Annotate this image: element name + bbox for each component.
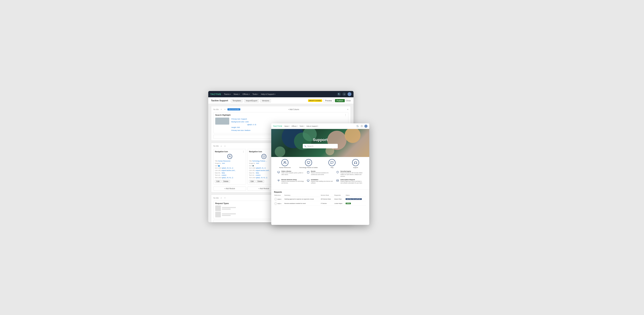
requests-table: Reference Summary Service Desk Requester…	[274, 194, 366, 206]
edit-btn-0[interactable]: Edit	[215, 180, 221, 183]
font-icon[interactable]: A	[220, 108, 222, 111]
section-header-1: No title A ✏ Recommended + Add Column ✕	[213, 108, 348, 111]
cell-requester-2: Louise Hayes	[334, 202, 345, 206]
preview-nav-news[interactable]: News ▾	[284, 125, 290, 127]
add-module-button-col0[interactable]: + Add Module	[213, 186, 246, 190]
col-reference: Reference	[274, 194, 284, 197]
preview-icon-tech-policies[interactable]: Technology Policies & Guides	[298, 159, 320, 168]
preview-req-icon-installation	[306, 179, 310, 182]
section-close-icon[interactable]: ✕	[347, 108, 348, 110]
preview-icons-grid: Human Resources Technology Policies & Gu…	[274, 159, 366, 168]
settings-icon[interactable]: ⚙	[342, 92, 346, 96]
nav-icon-props-0: Title Human Resources Image ty... icon I…	[215, 160, 244, 179]
preview-search-icon[interactable]: 🔍	[356, 124, 359, 128]
preview-requests-section: Requests Reference Summary Service Desk …	[271, 190, 369, 208]
preview-icon-circle-tech	[305, 159, 312, 166]
preview-req-desc-remote-network: Request virtual assistance for technolog…	[282, 180, 305, 184]
edit-btn-1[interactable]: Edit	[249, 180, 255, 183]
publish-button[interactable]: Publish	[335, 99, 345, 102]
sh-bg-color-val: color	[245, 121, 249, 123]
cell-service-desk-2: IT Service	[321, 202, 334, 206]
editor-nav-news[interactable]: News ▾	[234, 93, 240, 95]
preview-avatar[interactable]	[364, 124, 368, 128]
req-lines-1	[222, 207, 236, 210]
delete-btn-1[interactable]: Delete	[256, 180, 264, 183]
close-button[interactable]: Close	[346, 100, 351, 102]
preview-req-order-device[interactable]: Order a Device Order a new computer, pho…	[277, 170, 305, 177]
preview-nav-tools[interactable]: Tools ▾	[300, 125, 304, 127]
preview-req-events[interactable]: Events Reserve technical assistance for …	[306, 170, 334, 177]
sh-height-label: Height:	[231, 126, 236, 128]
preview-icon-support[interactable]: Support	[345, 159, 366, 168]
cell-requester-1: Anson Chan	[334, 197, 345, 201]
preview-button[interactable]: Preview	[323, 99, 334, 102]
preview-req-desc-order-device: Order a new computer, phone, printer or …	[282, 172, 305, 176]
nav-icon-card-header-0: Navigation Icon ⋮	[215, 150, 244, 153]
svg-rect-5	[307, 171, 309, 173]
requests-section-title: Requests	[274, 191, 366, 193]
preview-req-installation[interactable]: Installation Request help installing new…	[306, 179, 334, 184]
req-line-1a	[222, 207, 236, 208]
preview-req-text-events: Events Reserve technical assistance for …	[311, 170, 334, 176]
preview-icon-label-faq: FAQ	[330, 167, 334, 168]
module-settings-icon[interactable]: ⋮	[344, 114, 346, 116]
sh-bg-color-label: Background color:	[231, 121, 245, 123]
section-title-3: No title	[213, 197, 219, 199]
editor-nav-teams[interactable]: Teams ▾	[224, 93, 231, 95]
edit-icon-2[interactable]: ✏	[224, 145, 226, 148]
preview-req-text-security: Security Inquiry Request assistance with…	[340, 170, 364, 177]
preview-logo: TACTIVE	[273, 125, 282, 127]
preview-req-text-subscription: Subscription Request Request approval to…	[340, 179, 364, 184]
hero-search-box[interactable]: 🔍 Search	[303, 144, 338, 148]
edit-icon-3[interactable]: ✏	[224, 196, 226, 199]
preview-nav-help[interactable]: Help & Support ▾	[306, 125, 318, 127]
preview-icon-label-hr: Human Resources	[279, 167, 291, 168]
nav-icon-settings-0[interactable]: ⋮	[242, 150, 244, 153]
cell-summary-2: Remote assistance needed for event	[284, 202, 320, 206]
editor-nav-offices[interactable]: Offices ▾	[242, 93, 250, 95]
font-icon-2[interactable]: A	[220, 145, 222, 148]
preview-settings-icon[interactable]: ⚙	[360, 124, 363, 128]
sh-height-val: 500	[237, 126, 240, 128]
sh-text-size-label: Primary text size:	[231, 129, 244, 131]
cell-status-2: OPEN	[346, 202, 366, 206]
edit-icon[interactable]: ✏	[224, 108, 226, 111]
import-export-button[interactable]: Import/Export	[244, 99, 259, 102]
preview-req-subscription[interactable]: Subscription Request Request approval to…	[336, 179, 364, 184]
preview-req-remote-network[interactable]: Remote Network Setup Request virtual ass…	[277, 179, 305, 184]
templates-button[interactable]: Templates	[231, 99, 243, 102]
icon-circle-0	[227, 154, 232, 159]
editor-nav-right: 🔍 ⚙	[337, 92, 352, 96]
preview-req-title-installation: Installation	[311, 179, 334, 180]
col-status: Status	[346, 194, 366, 197]
editor-logo: TACTIVE	[210, 93, 221, 96]
ref-icon-2: ○	[274, 202, 277, 205]
preview-icons-section: Human Resources Technology Policies & Gu…	[271, 157, 369, 190]
preview-icon-faq[interactable]: FAQ	[321, 159, 343, 168]
req-icon-placeholder-2	[215, 212, 221, 217]
editor-nav-help[interactable]: Help & Support ▾	[261, 93, 275, 95]
req-lines-2	[222, 213, 236, 216]
draft-badge: DRAFT SAVED	[308, 100, 322, 102]
delete-btn-0[interactable]: Delete	[222, 180, 230, 183]
avatar[interactable]	[348, 92, 352, 96]
table-header-row: Reference Summary Service Desk Requester…	[274, 194, 366, 197]
search-icon[interactable]: 🔍	[337, 92, 341, 96]
editor-nav-tools[interactable]: Tools ▾	[252, 93, 258, 95]
table-row: ○XSD-5 Seeking approval to expense an er…	[274, 197, 366, 201]
preview-nav-offices[interactable]: Offices ▾	[292, 125, 298, 127]
icon-preview-0	[215, 154, 244, 159]
font-icon-3[interactable]: A	[220, 196, 222, 199]
req-icon-row-2	[215, 212, 236, 217]
preview-req-security[interactable]: Security Inquiry Request assistance with…	[336, 170, 364, 177]
preview-icon-human-resources[interactable]: Human Resources	[274, 159, 296, 168]
section-title-2: No title	[213, 145, 219, 147]
versions-button[interactable]: Versions	[260, 99, 271, 102]
preview-req-title-security: Security Inquiry	[340, 170, 364, 172]
preview-req-title-remote-network: Remote Network Setup	[282, 179, 305, 180]
preview-icon-circle-hr	[282, 159, 288, 166]
col-summary: Summary	[284, 194, 320, 197]
preview-req-icon-order-device	[277, 170, 280, 174]
add-column-button[interactable]: + Add Column	[288, 108, 299, 110]
preview-req-text-order-device: Order a Device Order a new computer, pho…	[282, 170, 305, 176]
